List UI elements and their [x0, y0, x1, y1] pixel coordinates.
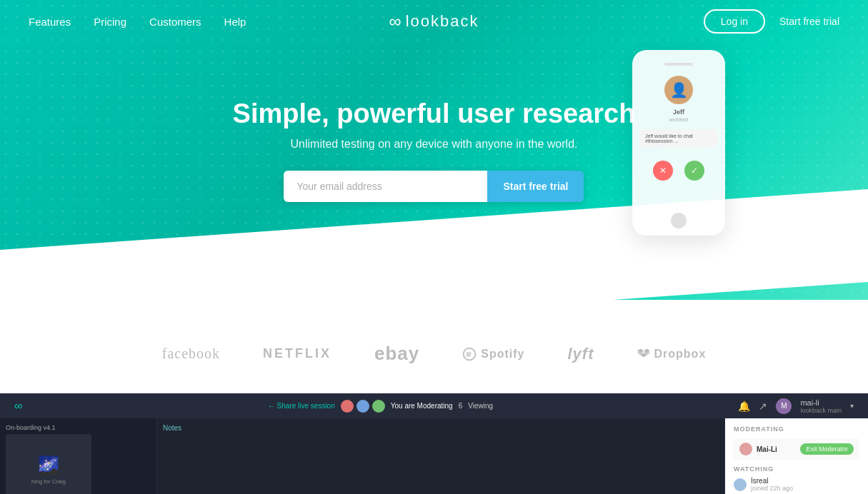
cosmos-image: 🌌 [31, 455, 66, 475]
nav-features[interactable]: Features [29, 16, 71, 28]
phone-screen-preview: 🌌 hing for Craig [6, 434, 91, 494]
preview-placeholder: 🌌 hing for Craig [31, 455, 66, 485]
watcher-row: Isreal joined 22h ago [734, 477, 859, 492]
nav-customers[interactable]: Customers [149, 16, 201, 28]
app-bar-session-info: ← Share live session You are Moderating … [268, 400, 493, 413]
phone-notch [664, 63, 693, 66]
dropbox-icon [637, 348, 650, 361]
user-name: mai-li [800, 398, 842, 407]
start-trial-nav-button[interactable]: Start free trial [779, 16, 839, 27]
nav-right: Log in Start free trial [704, 9, 839, 34]
lyft-logo: lyft [568, 345, 594, 363]
dropbox-text: Dropbox [654, 348, 707, 361]
phone-name: Jeff [673, 109, 684, 116]
nav-links: Features Pricing Customers Help [29, 16, 246, 28]
hero-section: 👤 Jeff architect Jeff would like to chat… [0, 0, 868, 300]
session-name: On-boarding v4.1 [6, 424, 151, 431]
netflix-logo: NETFLIX [263, 346, 331, 361]
nav-pricing[interactable]: Pricing [94, 16, 126, 28]
moderator-avatar [739, 443, 752, 455]
participant-avatar-3 [372, 400, 385, 413]
bell-icon[interactable]: 🔔 [738, 400, 750, 412]
moderator-name: Mai-Li [757, 445, 777, 453]
logo-symbol-icon: ∞ [389, 11, 400, 31]
spotify-text: Spotify [481, 348, 524, 361]
moderator-row: Mai-Li Exit Moderator [734, 438, 859, 460]
phone-avatar: 👤 [664, 76, 693, 104]
hero-content: Simple, powerful user research Unlimited… [233, 99, 636, 202]
watcher-name: Isreal [751, 477, 793, 485]
spotify-icon [462, 347, 477, 361]
exit-moderator-button[interactable]: Exit Moderator [800, 443, 854, 455]
user-role: lookback main [800, 407, 842, 414]
moderation-panel: MODERATING Mai-Li Exit Moderator WATCHIN… [725, 418, 868, 494]
phone-decline-button[interactable]: ✕ [653, 161, 673, 181]
spotify-logo: Spotify [462, 347, 524, 361]
customer-logos-section: facebook NETFLIX ebay Spotify lyft Dropb… [0, 300, 868, 393]
facebook-logo: facebook [162, 346, 220, 362]
start-trial-hero-button[interactable]: Start free trial [487, 171, 584, 202]
participant-avatar-1 [341, 400, 354, 413]
moderating-count: 6 [459, 402, 463, 410]
login-button[interactable]: Log in [704, 9, 765, 34]
watcher-avatar [734, 478, 747, 491]
phone-subtitle: architect [669, 117, 688, 122]
share-live-label: ← Share live session [268, 402, 335, 410]
moderator-info: Mai-Li [739, 443, 777, 455]
participant-avatars [341, 400, 385, 413]
phone-message: Jeff would like to chat #thissession ... [639, 129, 718, 148]
user-avatar: M [776, 398, 792, 414]
phone-home-button[interactable] [671, 213, 687, 228]
watching-title: WATCHING [734, 465, 859, 473]
logo-text: lookback [406, 12, 479, 31]
ebay-logo: ebay [374, 343, 419, 365]
moderating-label: You are Moderating [391, 402, 453, 410]
email-signup-form: Start free trial [284, 171, 584, 202]
app-left-panel: On-boarding v4.1 🌌 hing for Craig [0, 418, 157, 494]
email-input[interactable] [284, 171, 487, 202]
phone-mockup: 👤 Jeff architect Jeff would like to chat… [632, 50, 725, 236]
notes-area: Notes [157, 418, 725, 494]
app-preview-section: ∞ ← Share live session You are Moderatin… [0, 393, 868, 494]
nav-logo[interactable]: ∞ lookback [389, 11, 479, 31]
watcher-time: joined 22h ago [751, 485, 793, 492]
viewing-label: Viewing [468, 402, 493, 410]
watcher-details: Isreal joined 22h ago [751, 477, 793, 492]
preview-text: hing for Craig [31, 478, 66, 485]
dropbox-logo: Dropbox [637, 348, 707, 361]
navigation: Features Pricing Customers Help ∞ lookba… [0, 0, 868, 43]
participant-avatar-2 [356, 400, 369, 413]
notes-label[interactable]: Notes [163, 424, 719, 432]
phone-accept-button[interactable]: ✓ [684, 161, 704, 181]
hero-title: Simple, powerful user research [233, 99, 636, 129]
nav-help[interactable]: Help [224, 16, 246, 28]
app-bar: ∞ ← Share live session You are Moderatin… [0, 393, 868, 418]
chevron-down-icon[interactable]: ▾ [850, 402, 854, 410]
app-logo-symbol: ∞ [14, 400, 22, 413]
app-bar-right: 🔔 ↗ M mai-li lookback main ▾ [738, 398, 854, 414]
share-icon[interactable]: ↗ [759, 400, 767, 412]
hero-subtitle: Unlimited testing on any device with any… [233, 138, 636, 151]
moderating-title: MODERATING [734, 425, 859, 433]
app-bar-logo: ∞ [14, 400, 22, 413]
phone-action-buttons: ✕ ✓ [653, 161, 704, 181]
user-info: mai-li lookback main [800, 398, 842, 414]
app-content: On-boarding v4.1 🌌 hing for Craig Notes … [0, 418, 868, 494]
